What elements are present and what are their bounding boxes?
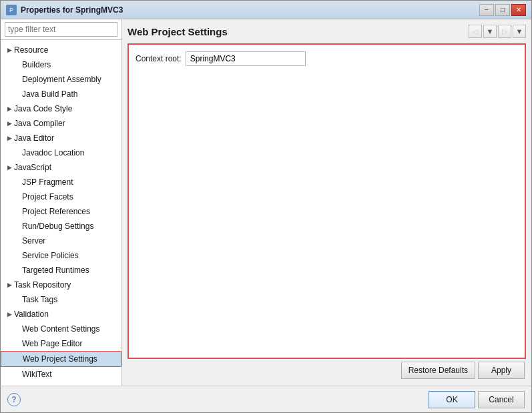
content-wrapper: Web Project Settings ◁ ▼ ▷ ▼ Context roo… bbox=[122, 19, 531, 386]
footer-buttons: OK Cancel bbox=[429, 391, 525, 408]
sidebar-label-javascript: JavaScript bbox=[14, 161, 51, 173]
sidebar-item-task-tags[interactable]: ▶ Task Tags bbox=[1, 292, 121, 307]
sidebar-label-project-facets: Project Facets bbox=[22, 191, 73, 203]
nav-forward-button[interactable]: ▷ bbox=[498, 25, 511, 38]
sidebar-label-web-project-settings: Web Project Settings bbox=[23, 353, 97, 365]
nav-dropdown-button2[interactable]: ▼ bbox=[513, 25, 526, 38]
sidebar-label-builders: Builders bbox=[22, 59, 51, 71]
window-controls: − □ ✕ bbox=[479, 4, 526, 16]
cancel-button[interactable]: Cancel bbox=[478, 391, 525, 408]
sidebar-item-javadoc-location[interactable]: ▶ Javadoc Location bbox=[1, 145, 121, 160]
nav-back-button[interactable]: ◁ bbox=[469, 25, 482, 38]
sidebar-item-task-repository[interactable]: ▶ Task Repository bbox=[1, 278, 121, 292]
sidebar-label-task-tags: Task Tags bbox=[22, 294, 57, 306]
sidebar-label-resource: Resource bbox=[14, 44, 48, 56]
sidebar-item-jsp-fragment[interactable]: ▶ JSP Fragment bbox=[1, 175, 121, 189]
sidebar-label-validation: Validation bbox=[14, 308, 49, 320]
filter-box bbox=[1, 19, 121, 40]
main-area: ▶ Resource ▶ Builders ▶ Deployment Assem… bbox=[1, 19, 531, 386]
sidebar-item-resource[interactable]: ▶ Resource bbox=[1, 43, 121, 57]
ok-button[interactable]: OK bbox=[429, 391, 475, 408]
sidebar-label-java-editor: Java Editor bbox=[14, 132, 54, 144]
filter-input[interactable] bbox=[5, 22, 117, 37]
sidebar-item-java-compiler[interactable]: ▶ Java Compiler bbox=[1, 116, 121, 131]
sidebar-label-java-build-path: Java Build Path bbox=[22, 88, 77, 100]
sidebar-item-java-code-style[interactable]: ▶ Java Code Style bbox=[1, 101, 121, 116]
sidebar-item-web-page-editor[interactable]: ▶ Web Page Editor bbox=[1, 336, 121, 351]
sidebar-item-java-editor[interactable]: ▶ Java Editor bbox=[1, 131, 121, 145]
sidebar-item-service-policies[interactable]: ▶ Service Policies bbox=[1, 248, 121, 263]
sidebar-label-run-debug-settings: Run/Debug Settings bbox=[22, 220, 93, 232]
sidebar-label-deployment-assembly: Deployment Assembly bbox=[22, 73, 101, 85]
sidebar-item-project-facets[interactable]: ▶ Project Facets bbox=[1, 189, 121, 204]
sidebar-item-web-content-settings[interactable]: ▶ Web Content Settings bbox=[1, 322, 121, 336]
nav-buttons: ◁ ▼ ▷ ▼ bbox=[469, 25, 526, 38]
bottom-action-area: Restore Defaults Apply bbox=[127, 362, 526, 380]
sidebar-label-java-compiler: Java Compiler bbox=[14, 117, 65, 129]
sidebar-item-run-debug-settings[interactable]: ▶ Run/Debug Settings bbox=[1, 219, 121, 234]
sidebar-label-javadoc-location: Javadoc Location bbox=[22, 147, 84, 159]
sidebar-item-builders[interactable]: ▶ Builders bbox=[1, 57, 121, 72]
expand-arrow-validation: ▶ bbox=[6, 311, 13, 318]
help-button[interactable]: ? bbox=[7, 393, 21, 406]
close-button[interactable]: ✕ bbox=[511, 4, 526, 16]
footer-bar: ? OK Cancel bbox=[1, 386, 531, 412]
sidebar-label-targeted-runtimes: Targeted Runtimes bbox=[22, 264, 89, 276]
expand-arrow-taskrepo: ▶ bbox=[6, 282, 13, 288]
expand-arrow-jcs: ▶ bbox=[6, 105, 13, 112]
sidebar-item-project-references[interactable]: ▶ Project References bbox=[1, 204, 121, 219]
sidebar-label-task-repository: Task Repository bbox=[14, 279, 71, 291]
restore-defaults-button[interactable]: Restore Defaults bbox=[401, 362, 475, 379]
context-root-input[interactable] bbox=[186, 51, 306, 66]
sidebar-item-web-project-settings[interactable]: ▶ Web Project Settings bbox=[1, 351, 121, 367]
restore-button[interactable]: □ bbox=[495, 4, 510, 16]
sidebar-label-server: Server bbox=[22, 235, 45, 247]
expand-arrow-jc: ▶ bbox=[6, 120, 13, 127]
sidebar-label-web-content-settings: Web Content Settings bbox=[22, 323, 100, 335]
content-panel: Context root: bbox=[127, 43, 526, 359]
context-root-label: Context root: bbox=[136, 54, 182, 63]
sidebar-item-javascript[interactable]: ▶ JavaScript bbox=[1, 160, 121, 175]
sidebar-item-deployment-assembly[interactable]: ▶ Deployment Assembly bbox=[1, 72, 121, 87]
minimize-button[interactable]: − bbox=[479, 4, 494, 16]
sidebar-item-targeted-runtimes[interactable]: ▶ Targeted Runtimes bbox=[1, 263, 121, 278]
page-title: Web Project Settings bbox=[127, 26, 228, 37]
window-title: Properties for SpringMVC3 bbox=[21, 5, 479, 15]
window-icon: P bbox=[6, 5, 17, 15]
sidebar: ▶ Resource ▶ Builders ▶ Deployment Assem… bbox=[1, 19, 122, 386]
apply-button[interactable]: Apply bbox=[478, 362, 525, 379]
sidebar-item-java-build-path[interactable]: ▶ Java Build Path bbox=[1, 87, 121, 101]
sidebar-label-wikitext: WikiText bbox=[22, 368, 52, 380]
properties-window: P Properties for SpringMVC3 − □ ✕ ▶ Reso… bbox=[0, 0, 532, 413]
title-bar: P Properties for SpringMVC3 − □ ✕ bbox=[1, 1, 531, 19]
sidebar-item-server[interactable]: ▶ Server bbox=[1, 234, 121, 248]
sidebar-item-validation[interactable]: ▶ Validation bbox=[1, 307, 121, 322]
expand-arrow-resource: ▶ bbox=[6, 47, 13, 53]
sidebar-label-java-code-style: Java Code Style bbox=[14, 103, 72, 115]
tree-area: ▶ Resource ▶ Builders ▶ Deployment Assem… bbox=[1, 40, 121, 386]
sidebar-label-web-page-editor: Web Page Editor bbox=[22, 338, 83, 350]
nav-dropdown-button[interactable]: ▼ bbox=[483, 25, 497, 38]
sidebar-label-project-references: Project References bbox=[22, 205, 90, 218]
content-header: Web Project Settings ◁ ▼ ▷ ▼ bbox=[127, 25, 526, 38]
sidebar-item-wikitext[interactable]: ▶ WikiText bbox=[1, 367, 121, 382]
sidebar-label-jsp-fragment: JSP Fragment bbox=[22, 176, 73, 188]
content-area: Web Project Settings ◁ ▼ ▷ ▼ Context roo… bbox=[122, 19, 531, 386]
expand-arrow-js: ▶ bbox=[6, 164, 13, 171]
form-row-context-root: Context root: bbox=[136, 51, 518, 66]
expand-arrow-je: ▶ bbox=[6, 135, 13, 141]
sidebar-label-service-policies: Service Policies bbox=[22, 250, 79, 262]
